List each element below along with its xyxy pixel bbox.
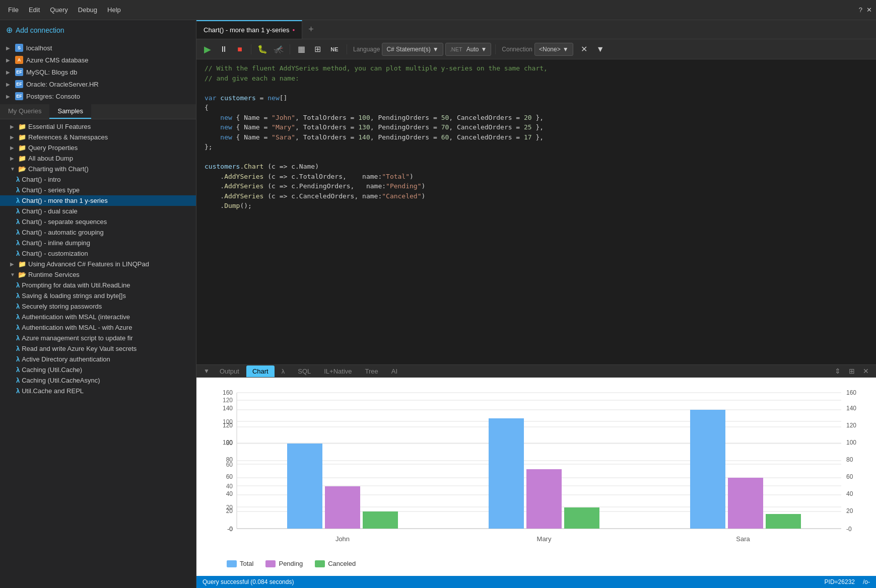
collapse-arrow[interactable]: ▼ [200,368,213,375]
tree-save-load[interactable]: λ Saving & loading strings and byte[]s [0,290,196,301]
connection-azure[interactable]: ▶ A Azure CMS database [0,54,196,66]
output-panel-controls: ⇕ ⊞ ✕ [832,365,872,377]
close-toolbar-button[interactable]: ✕ [577,42,591,56]
chart-legend: Total Pending Canceled [207,560,866,567]
tree-chart-intro[interactable]: λ Chart() - intro [0,174,196,185]
ef-icon: EF [15,80,23,88]
code-line [196,83,876,93]
output-tab-sql[interactable]: SQL [292,365,317,377]
tree-charting[interactable]: ▼ 📂 Charting with Chart() [0,164,196,174]
editor-tab-active[interactable]: Chart() - more than 1 y-series ● [196,20,302,39]
query-tabs-bar: My Queries Samples [0,104,196,119]
code-line: . Dump (); [196,201,876,211]
toolbar-separator [251,44,251,54]
toolbar-separator3 [347,44,347,54]
tree-all-about-dump[interactable]: ▶ 📁 All about Dump [0,153,196,164]
tree-caching-util[interactable]: λ Caching (Util.Cache) [0,364,196,375]
menu-debug[interactable]: Debug [74,4,101,16]
connection-mysql[interactable]: ▶ EF MySQL: Blogs db [0,66,196,78]
dropdown-toolbar-button[interactable]: ▼ [593,42,608,56]
output-tab-lambda[interactable]: λ [276,365,291,377]
tree-chart-inline-dump[interactable]: λ Chart() - inline dumping [0,238,196,248]
tab-modified-dot: ● [293,28,295,32]
net-value: Auto [466,46,479,53]
debug-button2[interactable]: 🦟 [272,42,286,56]
add-connection-button[interactable]: ⊕ Add connection [0,20,196,40]
debug-button1[interactable]: 🐛 [255,42,269,56]
tree-essential-ui[interactable]: ▶ 📁 Essential UI Features [0,121,196,132]
tree-azure-mgmt[interactable]: λ Azure management script to update fir [0,333,196,343]
tree-active-directory[interactable]: λ Active Directory authentication [0,354,196,364]
output-tab-tree[interactable]: Tree [359,365,384,377]
lambda-icon: λ [16,303,20,310]
language-label: Language [353,46,380,53]
lambda-icon: λ [16,292,20,300]
legend-total: Total [227,560,253,567]
tree-passwords[interactable]: λ Securely storing passwords [0,301,196,312]
net-dropdown[interactable]: .NET Auto ▼ [445,43,492,56]
tree-chart-auto-group[interactable]: λ Chart() - automatic grouping [0,227,196,238]
svg-text:40: 40 [226,490,233,497]
output-tab-output[interactable]: Output [214,365,245,377]
tree-references[interactable]: ▶ 📁 References & Namespaces [0,132,196,142]
folder-icon: 📁 [18,155,26,162]
tab-my-queries[interactable]: My Queries [0,104,49,119]
menu-bar: File Edit Query Debug Help [4,4,125,16]
query-status: Query successful (0.084 seconds) [203,578,294,585]
svg-text:120: 120 [846,422,856,429]
tree-azure-keyvault[interactable]: λ Read and write Azure Key Vault secrets [0,343,196,354]
grid-button1[interactable]: ▦ [294,42,308,56]
help-icon: ? [859,6,862,14]
connection-postgres[interactable]: ▶ EF Postgres: Consoto [0,90,196,102]
connection-name: Azure CMS database [26,56,89,64]
tree-advanced-csharp[interactable]: ▶ 📁 Using Advanced C# Features in LINQPa… [0,259,196,269]
lambda-icon: λ [16,334,20,342]
menu-help[interactable]: Help [103,4,125,16]
bar-mary-pending [526,469,562,529]
language-dropdown[interactable]: C# Statement(s) ▼ [382,43,443,56]
tab-add-button[interactable]: + [302,24,320,35]
connection-dropdown[interactable]: <None> ▼ [534,43,573,56]
output-tab-chart[interactable]: Chart [246,365,275,377]
close-output-button[interactable]: ✕ [860,365,872,377]
stop-button[interactable]: ■ [233,42,247,56]
code-editor[interactable]: // With the fluent AddYSeries method, yo… [196,59,876,364]
code-line: . AddYSeries (c => c.TotalOrders, name: … [196,172,876,182]
output-tab-ilnative[interactable]: IL+Native [318,365,358,377]
folder-icon: 📁 [18,133,26,141]
tree-chart-custom[interactable]: λ Chart() - customization [0,248,196,259]
output-tab-ai[interactable]: AI [385,365,403,377]
tree-runtime-services[interactable]: ▼ 📂 Runtime Services [0,269,196,280]
tree-caching-async[interactable]: λ Caching (Util.CacheAsync) [0,375,196,386]
tree-chart-series-type[interactable]: λ Chart() - series type [0,185,196,195]
pause-button[interactable]: ⏸ [217,42,231,56]
lambda-icon: λ [16,250,20,257]
tree-readline[interactable]: λ Prompting for data with Util.ReadLine [0,280,196,290]
layout-ctrl-button[interactable]: ⊞ [846,365,858,377]
tree-chart-y-series[interactable]: λ Chart() - more than 1 y-series [0,195,196,206]
menu-edit[interactable]: Edit [25,4,44,16]
lambda-icon: λ [16,197,20,204]
expand-ctrl-button[interactable]: ⇕ [832,365,844,377]
tree-msal-azure[interactable]: λ Authentication with MSAL - with Azure [0,322,196,333]
toolbar-separator4 [495,44,496,54]
code-line: new { Name = "Sara" , TotalOrders = 140 … [196,132,876,142]
tree-msal-interactive[interactable]: λ Authentication with MSAL (interactive [0,312,196,322]
nl-button[interactable]: NE [326,42,343,56]
code-line: { [196,103,876,113]
connection-localhost[interactable]: ▶ S localhost [0,42,196,54]
grid-button2[interactable]: ⊞ [310,42,324,56]
tree-util-cache-repl[interactable]: λ Util.Cache and REPL [0,386,196,396]
tree-chart-dual-scale[interactable]: λ Chart() - dual scale [0,206,196,216]
run-button[interactable]: ▶ [200,42,215,56]
close-icon[interactable]: ✕ [866,6,872,14]
tree-query-properties[interactable]: ▶ 📁 Query Properties [0,142,196,153]
menu-file[interactable]: File [4,4,23,16]
tree-chart-separate[interactable]: λ Chart() - separate sequences [0,216,196,227]
svg-text:160: 160 [223,389,233,396]
tab-samples[interactable]: Samples [49,104,91,119]
menu-query[interactable]: Query [46,4,72,16]
svg-text:160: 160 [846,389,856,396]
connection-oracle[interactable]: ▶ EF Oracle: OracleServer.HR [0,78,196,90]
title-help[interactable]: ? ✕ [859,6,872,14]
